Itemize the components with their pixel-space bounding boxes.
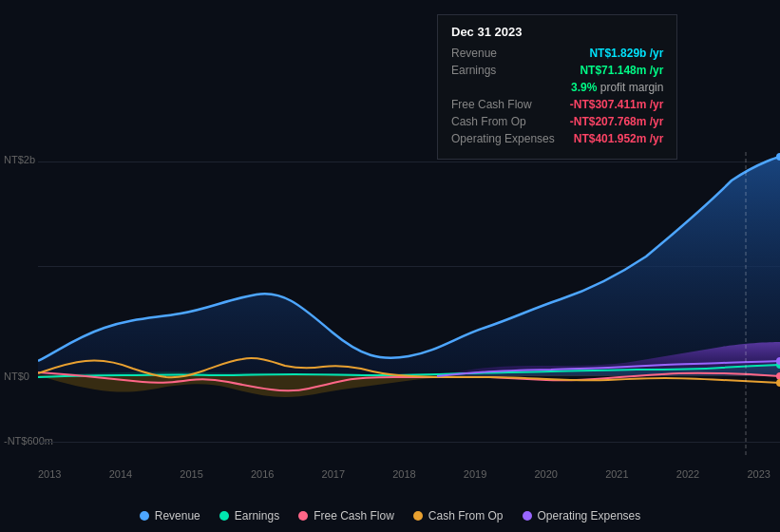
x-label-2021: 2021 — [605, 468, 628, 480]
y-label-mid: NT$0 — [4, 370, 29, 382]
x-label-2022: 2022 — [676, 468, 699, 480]
tooltip-value-earnings: NT$71.148m /yr — [580, 64, 663, 77]
tooltip-date: Dec 31 2023 — [451, 25, 663, 39]
x-axis-labels: 2013 2014 2015 2016 2017 2018 2019 2020 … — [38, 468, 770, 480]
x-label-2016: 2016 — [251, 468, 274, 480]
x-label-2014: 2014 — [109, 468, 132, 480]
chart-container: Dec 31 2023 Revenue NT$1.829b /yr Earnin… — [0, 0, 780, 532]
x-label-2019: 2019 — [464, 468, 486, 480]
tooltip-row-fcf: Free Cash Flow -NT$307.411m /yr — [451, 98, 663, 111]
y-label-top: NT$2b — [4, 154, 35, 165]
x-label-2017: 2017 — [322, 468, 345, 480]
legend-dot-cfo — [413, 511, 423, 521]
legend-label-fcf: Free Cash Flow — [314, 509, 394, 522]
chart-legend: Revenue Earnings Free Cash Flow Cash Fro… — [0, 509, 780, 522]
x-label-2020: 2020 — [534, 468, 557, 480]
x-label-2013: 2013 — [38, 468, 61, 480]
legend-opex[interactable]: Operating Expenses — [523, 509, 641, 522]
legend-dot-earnings — [219, 511, 229, 521]
legend-label-revenue: Revenue — [155, 509, 200, 522]
cfo-dot — [776, 379, 780, 387]
tooltip-value-revenue: NT$1.829b /yr — [589, 47, 663, 60]
x-label-2018: 2018 — [392, 468, 415, 480]
tooltip-value-opex: NT$401.952m /yr — [574, 132, 664, 145]
tooltip-label-revenue: Revenue — [451, 47, 497, 60]
tooltip-row-cfo: Cash From Op -NT$207.768m /yr — [451, 115, 663, 128]
legend-label-earnings: Earnings — [235, 509, 279, 522]
tooltip-row-revenue: Revenue NT$1.829b /yr — [451, 47, 663, 60]
legend-dot-revenue — [140, 511, 149, 521]
legend-revenue[interactable]: Revenue — [140, 509, 200, 522]
legend-dot-opex — [523, 511, 532, 521]
tooltip-label-fcf: Free Cash Flow — [451, 98, 532, 111]
legend-cfo[interactable]: Cash From Op — [413, 509, 504, 522]
tooltip-row-opex: Operating Expenses NT$401.952m /yr — [451, 132, 663, 145]
legend-fcf[interactable]: Free Cash Flow — [298, 509, 394, 522]
tooltip-label-opex: Operating Expenses — [451, 132, 555, 145]
tooltip-profit-margin: 3.9% profit margin — [571, 81, 663, 94]
tooltip-label-earnings: Earnings — [451, 64, 496, 77]
legend-earnings[interactable]: Earnings — [219, 509, 279, 522]
legend-dot-fcf — [298, 511, 308, 521]
tooltip-row-earnings: Earnings NT$71.148m /yr — [451, 64, 663, 77]
chart-svg — [38, 152, 780, 456]
tooltip-value-fcf: -NT$307.411m /yr — [570, 98, 664, 111]
x-label-2023: 2023 — [747, 468, 770, 480]
tooltip-card: Dec 31 2023 Revenue NT$1.829b /yr Earnin… — [437, 14, 677, 160]
x-label-2015: 2015 — [180, 468, 202, 480]
tooltip-label-cfo: Cash From Op — [451, 115, 526, 128]
legend-label-opex: Operating Expenses — [538, 509, 641, 522]
tooltip-row-profit-margin: 3.9% profit margin — [451, 81, 663, 94]
revenue-area — [38, 157, 780, 375]
legend-label-cfo: Cash From Op — [428, 509, 504, 522]
tooltip-value-cfo: -NT$207.768m /yr — [570, 115, 664, 128]
